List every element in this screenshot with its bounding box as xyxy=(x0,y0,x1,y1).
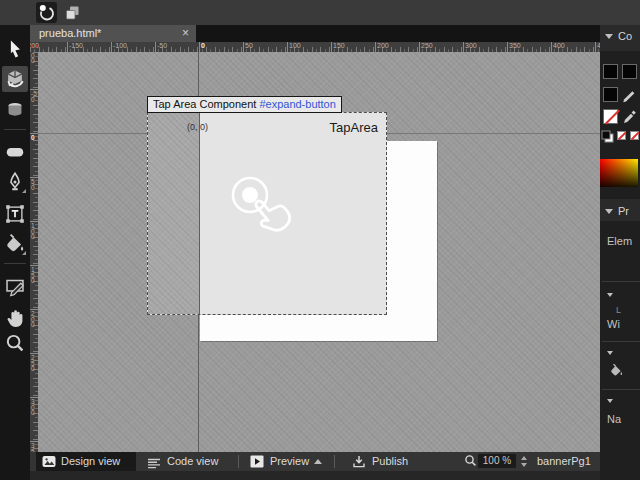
publish-label: Publish xyxy=(372,452,408,471)
tab-title: prueba.html* xyxy=(39,27,101,39)
hand-icon xyxy=(4,307,26,329)
ruler-label: 0 xyxy=(31,135,37,141)
code-view-button[interactable]: Code view xyxy=(144,452,236,471)
flyout-corner-icon xyxy=(22,189,26,193)
ruler-label: 350 xyxy=(509,42,521,49)
bottom-strip xyxy=(30,471,600,480)
hand-tool[interactable] xyxy=(4,307,26,329)
design-canvas[interactable]: (0, 0) TapArea Tap Area Component #expan… xyxy=(38,52,600,452)
ruler-tick xyxy=(507,42,508,52)
orbit-view-icon xyxy=(36,9,57,26)
ruler-label: 150 xyxy=(333,42,345,49)
ruler-label: 300 xyxy=(465,42,477,49)
text-tool[interactable] xyxy=(4,203,26,225)
ruler-label: -50 xyxy=(31,91,37,102)
pen-tool[interactable] xyxy=(4,171,26,193)
color-panel-header[interactable]: Co xyxy=(600,28,640,44)
ruler-label: 250 xyxy=(421,42,433,49)
ruler-label: 100 xyxy=(31,223,37,240)
slide-edit-tool[interactable] xyxy=(4,275,26,297)
zoom-tool[interactable] xyxy=(4,332,26,354)
cube-rotate-icon xyxy=(2,68,28,90)
ruler-label: 300 xyxy=(31,399,37,416)
eyedropper-icon[interactable] xyxy=(622,109,638,129)
tap-area-component[interactable]: (0, 0) TapArea xyxy=(147,112,387,315)
preview-options-caret[interactable] xyxy=(314,452,326,471)
screen-pen-icon xyxy=(4,275,26,297)
fill-tool[interactable] xyxy=(4,233,26,255)
bottombar-divider xyxy=(238,455,239,468)
design-view-label: Design view xyxy=(61,452,120,471)
component-origin-coordinate: (0, 0) xyxy=(187,122,208,132)
ruler-label: -100 xyxy=(113,42,127,49)
preview-button[interactable]: Preview xyxy=(248,452,310,471)
section-triangle-icon[interactable] xyxy=(607,351,613,355)
fill-color-swatch[interactable] xyxy=(603,64,618,79)
horizontal-ruler[interactable]: -200-150-100-500501001502002503003504004… xyxy=(30,42,600,52)
vertical-ruler[interactable]: -100-50050100150200250300350 xyxy=(30,52,38,452)
tooltip-text: Tap Area Component xyxy=(153,98,259,110)
stroke-color-swatch[interactable] xyxy=(622,64,637,79)
section-triangle-icon[interactable] xyxy=(607,399,613,403)
orbit-view-button[interactable] xyxy=(36,2,57,23)
collapse-triangle-icon xyxy=(605,209,613,214)
selection-tool[interactable] xyxy=(4,39,26,61)
no-color-swatch[interactable] xyxy=(603,109,618,124)
design-view-button[interactable]: Design view xyxy=(36,452,136,471)
ruler-tick xyxy=(331,42,332,52)
layers-button[interactable] xyxy=(64,4,81,21)
ruler-origin-label: X Y xyxy=(30,43,40,52)
ruler-label: 200 xyxy=(31,311,37,328)
component-type-label: TapArea xyxy=(330,120,378,135)
element-label: Elem xyxy=(607,235,632,247)
color-panel-body xyxy=(600,51,640,199)
cursor-arrow-icon xyxy=(4,39,26,61)
properties-panel-header[interactable]: Pr xyxy=(600,203,640,219)
mini-swap-color-icon[interactable] xyxy=(630,131,639,140)
ruler-label: 50 xyxy=(245,42,253,49)
tooltip-element-id: #expand-button xyxy=(259,98,335,110)
ruler-label: 50 xyxy=(31,179,37,190)
tag-tool[interactable] xyxy=(4,141,26,163)
zoom-level-input[interactable]: 100 % xyxy=(478,454,516,468)
ruler-tick xyxy=(199,42,200,52)
text-color-swatch[interactable] xyxy=(603,87,618,102)
toolbar-divider xyxy=(4,129,26,130)
top-app-bar xyxy=(0,0,640,25)
ruler-label: 250 xyxy=(31,355,37,372)
ruler-tick xyxy=(551,42,552,52)
panel-divider xyxy=(602,389,640,390)
properties-panel-body: Elem L Wi Na xyxy=(600,221,640,480)
component-tooltip: Tap Area Component #expand-button xyxy=(147,96,342,113)
tab-close-icon[interactable]: × xyxy=(182,25,189,41)
zoom-stepper[interactable] xyxy=(521,452,531,471)
flyout-corner-icon xyxy=(22,251,26,255)
ruler-tick xyxy=(243,42,244,52)
ruler-label: 100 xyxy=(289,42,301,49)
pencil-icon[interactable] xyxy=(622,87,638,107)
ruler-label: 0 xyxy=(201,42,205,49)
publish-button[interactable]: Publish xyxy=(348,452,420,471)
stage-rotate-tool[interactable] xyxy=(4,99,26,121)
current-page-name[interactable]: bannerPg1 xyxy=(537,452,591,471)
ruler-label: 200 xyxy=(377,42,389,49)
color-gradient-picker[interactable] xyxy=(600,159,638,187)
toolbar-divider xyxy=(4,263,26,264)
mini-no-color-icon[interactable] xyxy=(617,131,626,140)
ruler-tick xyxy=(375,42,376,52)
default-colors-icon[interactable] xyxy=(601,129,614,147)
right-panel: Co Pr Elem xyxy=(600,25,640,480)
rotate-3d-tool[interactable] xyxy=(2,66,28,92)
view-switch-bar: Design view Code view Preview Publis xyxy=(30,452,600,471)
tools-sidebar xyxy=(0,25,30,480)
section-triangle-icon[interactable] xyxy=(607,293,613,297)
fill-bucket-icon[interactable] xyxy=(609,363,624,382)
preview-label: Preview xyxy=(270,452,309,471)
magnifier-icon xyxy=(4,332,26,354)
tag-icon xyxy=(4,141,26,163)
tab-prueba-html[interactable]: prueba.html* × xyxy=(30,25,196,42)
stepper-up-icon xyxy=(521,456,527,460)
tab-bar: prueba.html* × xyxy=(30,25,600,42)
tap-gesture-icon xyxy=(224,169,298,243)
name-property-label: Na xyxy=(607,413,621,425)
